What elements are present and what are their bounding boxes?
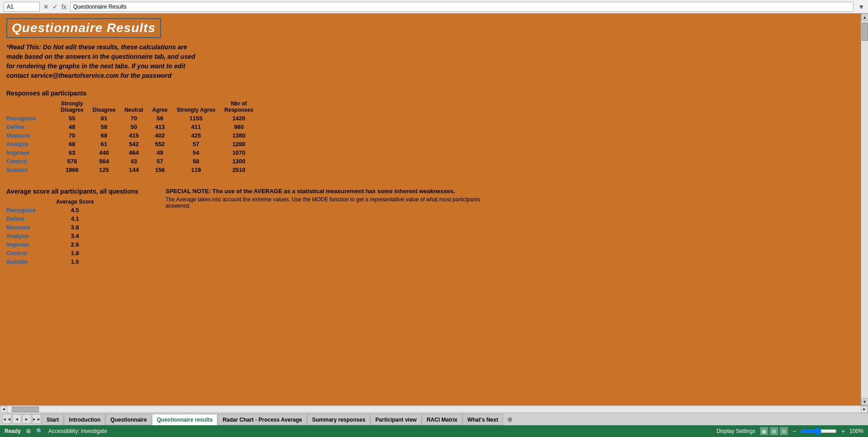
scroll-thumb[interactable] — [862, 23, 868, 41]
avg-row-label: Improve — [6, 240, 52, 249]
warning-text: *Read This: Do Not edit these results, t… — [6, 43, 196, 81]
fx-icon: fx — [61, 2, 67, 11]
scroll-left-btn[interactable]: ◄ — [0, 406, 7, 413]
responses-cell: 1420 — [220, 114, 258, 123]
status-left: Ready ⊞ 🔍 Accessibility: Investigate — [5, 428, 107, 434]
page-break-icon[interactable]: ⊟ — [780, 427, 788, 435]
special-note: SPECIAL NOTE: The use of the AVERAGE as … — [165, 188, 500, 195]
scroll-up-btn[interactable]: ▲ — [861, 14, 868, 21]
avg-row-label: Control — [6, 249, 52, 257]
responses-cell: 43 — [120, 157, 147, 166]
cancel-icon[interactable]: ✕ — [42, 2, 50, 11]
avg-row-label: Recognize — [6, 206, 52, 214]
responses-spacer-header — [6, 100, 56, 114]
responses-cell: 70 — [120, 114, 147, 123]
tab-questionnaire-results[interactable]: Questionnaire results — [152, 414, 217, 425]
formula-bar-container: A1 ✕ ✓ fx Questionnaire Results ▼ — [0, 0, 868, 14]
responses-row: Analyze6861542552571280 — [6, 140, 258, 148]
normal-view-icon[interactable]: ▦ — [760, 427, 768, 435]
responses-cell: 144 — [120, 166, 147, 174]
avg-row: Analyze3.4 — [6, 232, 99, 240]
expand-icon[interactable]: ▼ — [858, 3, 864, 10]
status-bar: Ready ⊞ 🔍 Accessibility: Investigate Dis… — [0, 425, 868, 437]
accessibility-text[interactable]: Accessibility: Investigate — [48, 428, 107, 434]
avg-left: Average score all participants, all ques… — [6, 188, 138, 266]
cell-reference[interactable]: A1 — [4, 2, 40, 12]
avg-row-value: 2.6 — [52, 240, 99, 249]
add-sheet-btn[interactable]: ⊕ — [505, 414, 515, 424]
title-box: Questionnaire Results — [6, 18, 161, 38]
tab-nav-next[interactable]: ► — [22, 414, 31, 424]
tab-participant-view[interactable]: Participant view — [370, 414, 421, 425]
responses-cell: 402 — [148, 131, 172, 140]
tab-nav-last[interactable]: ►► — [32, 414, 41, 424]
page-layout-icon[interactable]: ⊞ — [770, 427, 778, 435]
responses-cell: 55 — [56, 114, 88, 123]
scroll-track[interactable] — [861, 21, 868, 398]
h-scroll-track[interactable] — [7, 406, 861, 413]
zoom-plus[interactable]: + — [841, 428, 845, 435]
responses-cell: 464 — [120, 148, 147, 157]
responses-table: StronglyDisagree Disagree Neutral Agree … — [6, 100, 258, 174]
responses-cell: 49 — [148, 148, 172, 157]
responses-cell: 125 — [88, 166, 120, 174]
h-scroll-thumb[interactable] — [12, 407, 39, 412]
responses-row-label: Sustain — [6, 166, 56, 174]
confirm-icon[interactable]: ✓ — [52, 2, 59, 11]
responses-cell: 542 — [120, 140, 147, 148]
responses-row-label: Measure — [6, 131, 56, 140]
view-icons: ▦ ⊞ ⊟ — [760, 427, 788, 435]
status-sheet-icon[interactable]: ⊞ — [26, 428, 31, 434]
responses-cell: 61 — [88, 140, 120, 148]
tab-what's-next[interactable]: What's Next — [462, 414, 503, 425]
responses-cell: 63 — [56, 148, 88, 157]
scroll-down-btn[interactable]: ▼ — [861, 398, 868, 405]
page-title: Questionnaire Results — [12, 21, 156, 35]
col-strongly-disagree: StronglyDisagree — [56, 100, 88, 114]
horizontal-scrollbar[interactable]: ◄ ► — [0, 405, 868, 413]
responses-cell: 59 — [148, 114, 172, 123]
avg-row-value: 1.5 — [52, 257, 99, 266]
responses-row: Control5785644357581300 — [6, 157, 258, 166]
vertical-scrollbar[interactable]: ▲ ▼ — [861, 14, 868, 405]
col-disagree: Disagree — [88, 100, 120, 114]
responses-cell: 50 — [120, 123, 147, 131]
responses-row-label: Define — [6, 123, 56, 131]
avg-score-header: Average Score — [52, 198, 99, 206]
zoom-minus[interactable]: − — [793, 428, 796, 435]
tab-questionnaire[interactable]: Questionnaire — [105, 414, 152, 425]
col-nbr-responses: Nbr ofResponses — [220, 100, 258, 114]
responses-row-label: Control — [6, 157, 56, 166]
tab-radar-chart---process-average[interactable]: Radar Chart - Process Average — [217, 414, 307, 425]
tab-summary-responses[interactable]: Summary responses — [307, 414, 370, 425]
avg-row: Improve2.6 — [6, 240, 99, 249]
tab-nav-prev[interactable]: ◄ — [12, 414, 21, 424]
avg-row: Control1.8 — [6, 249, 99, 257]
responses-cell: 1155 — [172, 114, 220, 123]
responses-cell: 552 — [148, 140, 172, 148]
avg-row-value: 3.8 — [52, 223, 99, 232]
scroll-right-btn[interactable]: ► — [861, 406, 868, 413]
avg-row-label: Measure — [6, 223, 52, 232]
responses-cell: 156 — [148, 166, 172, 174]
zoom-slider[interactable] — [801, 428, 837, 435]
responses-row-label: Improve — [6, 148, 56, 157]
responses-cell: 2510 — [220, 166, 258, 174]
responses-cell: 81 — [88, 114, 120, 123]
responses-cell: 411 — [172, 123, 220, 131]
tab-start[interactable]: Start — [42, 414, 64, 425]
formula-input[interactable]: Questionnaire Results — [70, 2, 854, 12]
tab-raci-matrix[interactable]: RACI Matrix — [422, 414, 462, 425]
responses-cell: 68 — [88, 131, 120, 140]
tab-nav-first[interactable]: ◄◄ — [2, 414, 11, 424]
responses-row: Sustain19661251441561192510 — [6, 166, 258, 174]
responses-cell: 119 — [172, 166, 220, 174]
col-strongly-agree: Strongly Agree — [172, 100, 220, 114]
responses-cell: 425 — [172, 131, 220, 140]
responses-row-label: Recognize — [6, 114, 56, 123]
responses-row: Improve6344046449541070 — [6, 148, 258, 157]
responses-cell: 1300 — [220, 157, 258, 166]
tab-introduction[interactable]: Introduction — [64, 414, 105, 425]
tab-bar: ◄◄ ◄ ► ►► StartIntroductionQuestionnaire… — [0, 413, 868, 425]
display-settings[interactable]: Display Settings — [717, 428, 755, 434]
